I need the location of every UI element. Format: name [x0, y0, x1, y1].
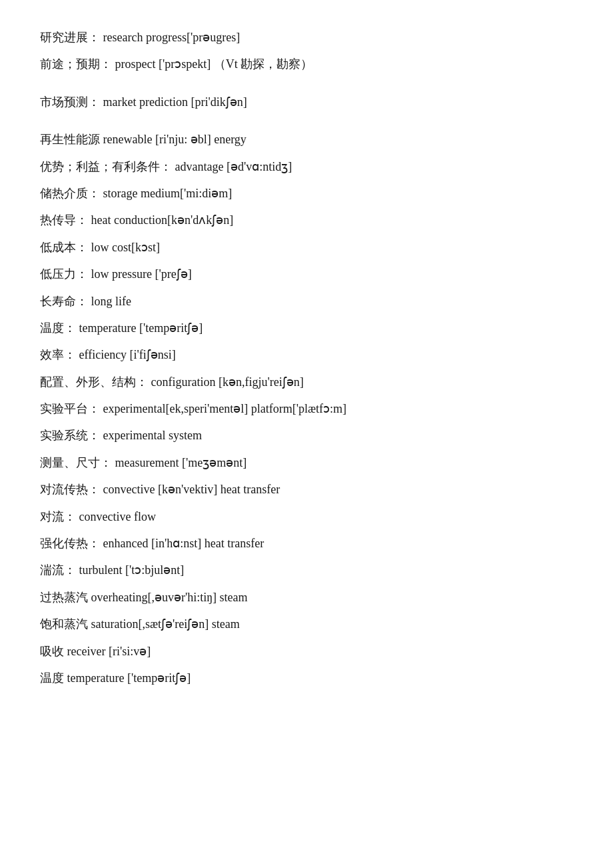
entry-low-cost: 低成本： low cost[kɔst]	[40, 237, 573, 258]
entry-efficiency: 效率： efficiency [i'fiʃənsi]	[40, 344, 573, 365]
entry-advantage: 优势；利益；有利条件： advantage [əd'vɑ:ntidʒ]	[40, 156, 573, 177]
entry-convective-heat-transfer: 对流传热： convective [kən'vektiv] heat trans…	[40, 479, 573, 500]
entry-market-prediction: 市场预测： market prediction [pri'dikʃən]	[40, 91, 573, 113]
entry-renewable-energy: 再生性能源 renewable [ri'nju: əbl] energy	[40, 129, 573, 150]
entry-turbulent: 湍流： turbulent ['tɔ:bjulənt]	[40, 559, 573, 581]
entry-experimental-system: 实验系统： experimental system	[40, 425, 573, 446]
entry-research-progress: 研究进展： research progress['prəugres]	[40, 27, 573, 48]
entry-convective-flow: 对流： convective flow	[40, 506, 573, 527]
entry-temperature1: 温度： temperature ['tempəritʃə]	[40, 317, 573, 339]
entry-receiver: 吸收 receiver [ri'si:və]	[40, 641, 573, 662]
entry-experimental-platform: 实验平台： experimental[ek,speri'mentəl] plat…	[40, 398, 573, 419]
entry-prospect: 前途；预期： prospect ['prɔspekt] （Vt 勘探，勘察）	[40, 53, 573, 75]
entry-configuration: 配置、外形、结构： configuration [kən,figju'reiʃə…	[40, 371, 573, 393]
entry-saturation-steam: 饱和蒸汽 saturation[,sætʃə'reiʃən] steam	[40, 613, 573, 635]
vocabulary-list: 研究进展： research progress['prəugres]前途；预期：…	[40, 27, 573, 689]
entry-heat-conduction: 热传导： heat conduction[kən'dʌkʃən]	[40, 209, 573, 231]
entry-storage-medium: 储热介质： storage medium['mi:diəm]	[40, 183, 573, 204]
entry-measurement: 测量、尺寸： measurement ['meʒəmənt]	[40, 452, 573, 473]
entry-long-life: 长寿命： long life	[40, 291, 573, 312]
entry-overheating-steam: 过热蒸汽 overheating[,əuvər'hi:tiŋ] steam	[40, 587, 573, 608]
entry-enhanced-heat-transfer: 强化传热： enhanced [in'hɑ:nst] heat transfer	[40, 533, 573, 554]
entry-temperature2: 温度 temperature ['tempəritʃə]	[40, 667, 573, 689]
entry-low-pressure: 低压力： low pressure ['preʃə]	[40, 263, 573, 285]
